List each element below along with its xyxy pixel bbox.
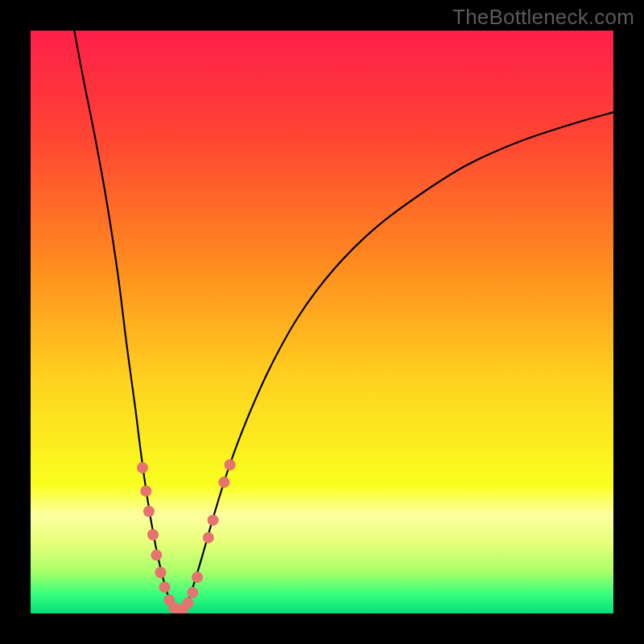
data-point-marker [159, 581, 171, 592]
data-point-marker [182, 597, 193, 609]
chart-frame: TheBottleneck.com [0, 0, 644, 644]
data-point-marker [137, 462, 148, 473]
data-point-marker [151, 550, 162, 561]
data-point-marker [140, 485, 151, 497]
data-point-marker [147, 529, 159, 540]
data-point-marker [143, 506, 155, 517]
data-point-marker [192, 572, 203, 583]
gradient-background [31, 31, 613, 613]
data-point-marker [203, 532, 214, 543]
data-point-marker [187, 587, 198, 598]
data-point-marker [155, 567, 166, 578]
watermark-text: TheBottleneck.com [452, 5, 634, 30]
data-point-marker [225, 459, 236, 470]
data-point-marker [218, 477, 229, 488]
data-point-marker [208, 514, 219, 526]
bottleneck-chart [31, 31, 613, 613]
